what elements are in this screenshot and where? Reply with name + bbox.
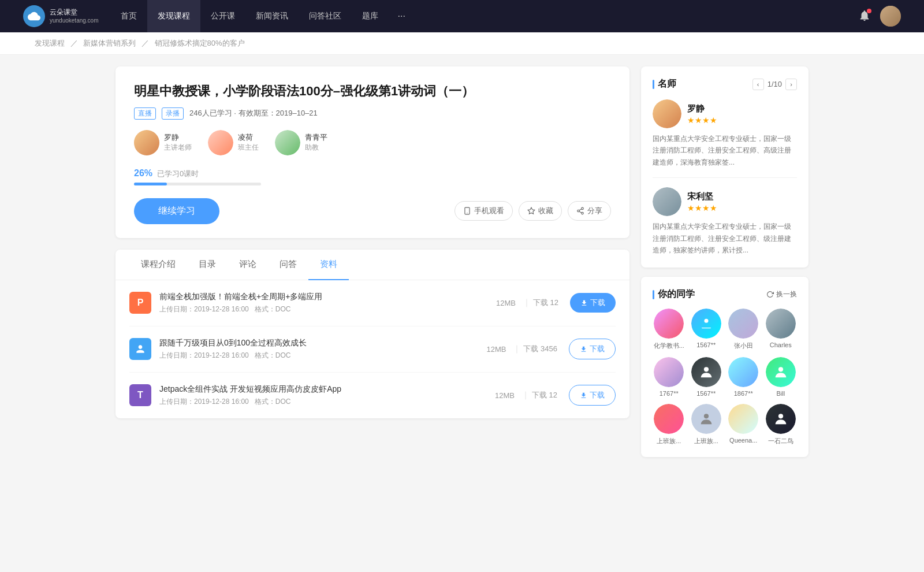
resource-name-1: 前端全栈加强版！前端全栈+全周期+多端应用	[159, 292, 496, 302]
teacher-qingqingping-role: 助教	[305, 143, 327, 153]
progress-label-row: 26% 已学习0课时	[134, 168, 611, 179]
classmate-avatar-7	[766, 357, 796, 387]
tc-name-songlijian: 宋利坚	[687, 191, 717, 202]
download-button-1[interactable]: 下载	[570, 293, 616, 313]
collect-label: 收藏	[538, 206, 553, 216]
nav-item-more[interactable]: ···	[389, 0, 415, 32]
download-icon-3	[580, 392, 587, 399]
tab-intro[interactable]: 课程介绍	[129, 250, 187, 280]
classmate-avatar-6	[728, 357, 758, 387]
breadcrumb-series[interactable]: 新媒体营销系列	[83, 39, 136, 47]
classmate-item-7[interactable]: Bill	[765, 357, 798, 397]
classmate-item-10[interactable]: Queena...	[727, 404, 760, 445]
nav-items: 首页 发现课程 公开课 新闻资讯 问答社区 题库 ···	[110, 0, 858, 32]
resource-sep-2: ｜	[513, 344, 521, 354]
resource-sep-1: ｜	[523, 298, 531, 308]
star-icon	[527, 207, 535, 215]
course-action-row: 继续学习 手机观看 收藏 分享	[134, 198, 611, 224]
tab-resource[interactable]: 资料	[308, 250, 349, 280]
classmate-item-1[interactable]: 1567**	[690, 309, 723, 350]
logo[interactable]: 云朵课堂 yunduoketang.com	[23, 5, 99, 27]
classmate-avatar-2	[728, 309, 758, 339]
classmate-item-4[interactable]: 1767**	[653, 357, 685, 397]
tc-header-songlijian: 宋利坚 ★★★★	[653, 187, 797, 216]
tab-review[interactable]: 评论	[228, 250, 268, 280]
collect-button[interactable]: 收藏	[519, 201, 562, 221]
tag-live: 直播	[134, 107, 156, 120]
svg-point-11	[778, 367, 783, 372]
resource-size-3: 12MB	[495, 391, 515, 400]
tab-qa[interactable]: 问答	[268, 250, 308, 280]
title-accent	[653, 80, 654, 89]
nav-item-opencourse[interactable]: 公开课	[200, 0, 245, 32]
classmate-name-7: Bill	[776, 390, 785, 397]
teacher-qingqingping[interactable]: 青青平 助教	[275, 130, 327, 155]
tabs-section: 课程介绍 目录 评论 问答 资料 P 前端全栈加强版！前端全栈+全周期+多端应用…	[116, 250, 629, 418]
teacher-linghe-info: 凌荷 班主任	[238, 132, 259, 153]
classmate-name-2: 张小田	[734, 341, 753, 350]
resource-size-1: 12MB	[496, 299, 516, 307]
breadcrumb-current: 销冠修炼术摘定80%的客户	[155, 39, 245, 47]
continue-learning-button[interactable]: 继续学习	[134, 198, 219, 224]
classmate-avatar-8	[654, 404, 684, 434]
classmate-item-9[interactable]: 上班族...	[690, 404, 723, 445]
tabs-header: 课程介绍 目录 评论 问答 资料	[116, 250, 629, 280]
nav-item-quiz[interactable]: 题库	[352, 0, 389, 32]
tc-header-luojing: 罗静 ★★★★	[653, 99, 797, 128]
right-panel: 名师 ‹ 1/10 › 罗静 ★★★	[641, 66, 808, 457]
teachers-section-title: 名师	[653, 78, 676, 90]
action-buttons: 手机观看 收藏 分享	[454, 201, 611, 221]
resource-item-3: T Jetpack全组件实战 开发短视频应用高仿皮皮虾App 上传日期：2019…	[129, 373, 616, 418]
classmate-name-1: 1567**	[696, 341, 716, 348]
tab-catalog[interactable]: 目录	[187, 250, 228, 280]
next-page-button[interactable]: ›	[785, 79, 797, 90]
classmate-avatar-1	[691, 309, 721, 339]
svg-point-10	[704, 367, 709, 372]
classmate-item-5[interactable]: 1567**	[690, 357, 723, 397]
teacher-luojing-role: 主讲老师	[164, 143, 192, 153]
classmate-name-8: 上班族...	[657, 437, 681, 445]
refresh-button[interactable]: 换一换	[766, 289, 797, 299]
resource-icon-3: T	[129, 384, 151, 406]
resource-list: P 前端全栈加强版！前端全栈+全周期+多端应用 上传日期：2019-12-28 …	[116, 280, 629, 418]
classmate-avatar-3	[766, 309, 796, 339]
teacher-linghe[interactable]: 凌荷 班主任	[208, 130, 259, 155]
mobile-watch-button[interactable]: 手机观看	[454, 201, 513, 221]
resource-meta-2: 上传日期：2019-12-28 16:00 格式：DOC	[159, 351, 486, 361]
share-icon	[576, 207, 584, 215]
resource-info-2: 跟随千万级项目从0到100全过程高效成长 上传日期：2019-12-28 16:…	[159, 338, 486, 361]
classmate-item-11[interactable]: 一石二鸟	[765, 404, 798, 445]
download-button-3[interactable]: 下载	[569, 385, 616, 406]
classmate-name-0: 化学教书...	[654, 341, 684, 350]
notification-bell[interactable]	[858, 9, 871, 24]
nav-item-home[interactable]: 首页	[110, 0, 147, 32]
nav-item-qa[interactable]: 问答社区	[299, 0, 352, 32]
svg-point-12	[704, 414, 709, 419]
teacher-card-songlijian: 宋利坚 ★★★★ 国内某重点大学安全工程专业硕士，国家一级注册消防工程师、注册安…	[653, 187, 797, 256]
share-button[interactable]: 分享	[568, 201, 611, 221]
nav-right	[858, 6, 901, 27]
nav-item-news[interactable]: 新闻资讯	[245, 0, 299, 32]
classmate-item-3[interactable]: Charles	[765, 309, 798, 350]
download-button-2[interactable]: 下载	[569, 339, 616, 359]
tc-name-luojing: 罗静	[687, 103, 717, 114]
classmate-item-8[interactable]: 上班族...	[653, 404, 685, 445]
tag-record: 录播	[162, 107, 184, 120]
download-icon-2	[580, 346, 587, 353]
course-meta-row: 直播 录播 246人已学习 · 有效期至：2019–10–21	[134, 107, 611, 120]
classmate-item-6[interactable]: 1867**	[727, 357, 760, 397]
breadcrumb-discover[interactable]: 发现课程	[35, 39, 65, 47]
classmate-item-2[interactable]: 张小田	[727, 309, 760, 350]
classmate-item-0[interactable]: 化学教书...	[653, 309, 685, 350]
resource-downloads-3: 下载 12	[532, 390, 557, 400]
classmates-title-accent	[653, 290, 654, 299]
mobile-watch-label: 手机观看	[474, 206, 504, 216]
classmate-avatar-11	[766, 404, 796, 434]
resource-info-3: Jetpack全组件实战 开发短视频应用高仿皮皮虾App 上传日期：2019-1…	[159, 384, 495, 407]
user-avatar[interactable]	[880, 6, 901, 27]
nav-item-discover[interactable]: 发现课程	[147, 0, 200, 32]
teacher-luojing[interactable]: 罗静 主讲老师	[134, 130, 192, 155]
page-indicator: 1/10	[767, 80, 782, 88]
resource-info-1: 前端全栈加强版！前端全栈+全周期+多端应用 上传日期：2019-12-28 16…	[159, 292, 496, 314]
prev-page-button[interactable]: ‹	[752, 79, 764, 90]
